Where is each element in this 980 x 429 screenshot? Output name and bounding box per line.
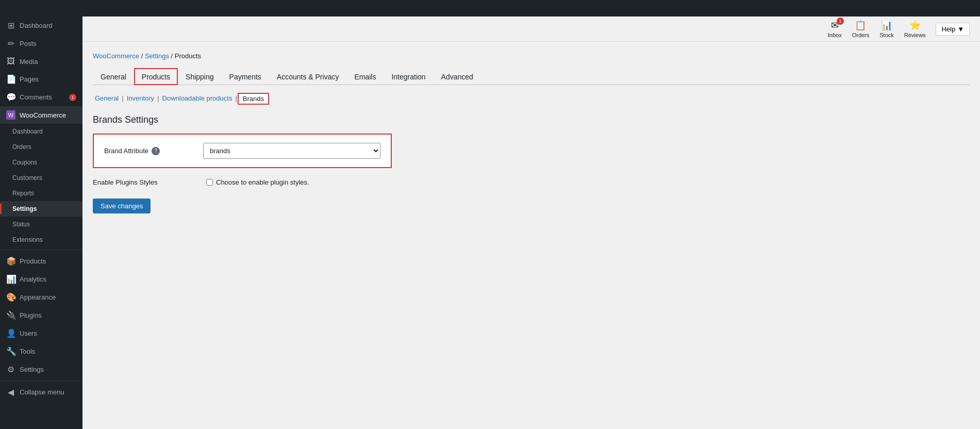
sidebar-item-plugins[interactable]: 🔌 Plugins (0, 306, 82, 324)
comments-badge: 1 (69, 94, 76, 101)
reviews-action[interactable]: ⭐ Reviews (904, 20, 926, 38)
sidebar-item-media[interactable]: 🖼 Media (0, 53, 82, 70)
brand-attribute-row: Brand Attribute ? brands pa_brand brand (94, 135, 391, 167)
subtab-general[interactable]: General (93, 93, 121, 104)
collapse-icon: ◀ (6, 387, 15, 397)
pages-icon: 📄 (6, 74, 15, 84)
woocommerce-icon: W (6, 110, 15, 120)
subtab-downloadable[interactable]: Downloadable products (160, 93, 235, 104)
tab-emails[interactable]: Emails (346, 68, 384, 85)
media-icon: 🖼 (6, 57, 15, 66)
sidebar-item-woo-coupons[interactable]: Coupons (0, 155, 82, 170)
tab-products[interactable]: Products (134, 68, 178, 85)
tab-accounts-privacy[interactable]: Accounts & Privacy (269, 68, 347, 85)
save-changes-button[interactable]: Save changes (93, 199, 151, 213)
save-area: Save changes (93, 199, 970, 213)
settings-box: Brand Attribute ? brands pa_brand brand (93, 134, 392, 168)
breadcrumb-woocommerce[interactable]: WooCommerce (93, 52, 139, 60)
woocommerce-menu-header[interactable]: W WooCommerce (0, 106, 82, 124)
plugins-icon: 🔌 (6, 310, 15, 320)
brand-attribute-label: Brand Attribute ? (104, 147, 197, 155)
sidebar-item-woo-settings[interactable]: Settings (0, 201, 82, 217)
settings-icon: ⚙ (6, 365, 15, 374)
reviews-icon: ⭐ (909, 20, 921, 31)
sidebar-item-appearance[interactable]: 🎨 Appearance (0, 288, 82, 306)
sidebar-item-users[interactable]: 👤 Users (0, 324, 82, 342)
sidebar-item-dashboard[interactable]: ⊞ Dashboard (0, 16, 82, 35)
collapse-menu-button[interactable]: ◀ Collapse menu (0, 383, 82, 401)
breadcrumb-current: Products (175, 52, 201, 60)
orders-action[interactable]: 📋 Orders (852, 20, 870, 38)
sidebar-item-woo-extensions[interactable]: Extensions (0, 232, 82, 248)
sidebar-item-woo-reports[interactable]: Reports (0, 186, 82, 201)
admin-bar (0, 0, 980, 16)
appearance-icon: 🎨 (6, 292, 15, 302)
subtab-brands[interactable]: Brands (238, 93, 269, 104)
help-arrow-icon: ▼ (957, 25, 964, 33)
products-icon: 📦 (6, 256, 15, 266)
sidebar-item-tools[interactable]: 🔧 Tools (0, 342, 82, 360)
stock-action[interactable]: 📊 Stock (879, 20, 894, 38)
comments-icon: 💬 (6, 92, 15, 102)
inbox-badge: 1 (837, 18, 844, 25)
sidebar-item-products[interactable]: 📦 Products (0, 252, 82, 270)
tab-payments[interactable]: Payments (222, 68, 269, 85)
content-area: WooCommerce / Settings / Products Genera… (82, 42, 980, 224)
top-toolbar: ✉ 1 Inbox 📋 Orders 📊 Stock ⭐ Reviews Hel… (82, 16, 980, 42)
section-title: Brands Settings (93, 114, 970, 125)
breadcrumb-settings[interactable]: Settings (145, 52, 169, 60)
sidebar-item-woo-dashboard[interactable]: Dashboard (0, 124, 82, 139)
tab-advanced[interactable]: Advanced (434, 68, 481, 85)
breadcrumb: WooCommerce / Settings / Products (93, 52, 970, 60)
sidebar-item-posts[interactable]: ✏ Posts (0, 35, 82, 53)
orders-icon: 📋 (855, 20, 866, 31)
sidebar-item-settings[interactable]: ⚙ Settings (0, 360, 82, 378)
tab-shipping[interactable]: Shipping (178, 68, 222, 85)
tab-integration[interactable]: Integration (384, 68, 433, 85)
sidebar-item-woo-orders[interactable]: Orders (0, 139, 82, 155)
enable-plugins-styles-row: Enable Plugins Styles Choose to enable p… (93, 178, 970, 194)
posts-icon: ✏ (6, 39, 15, 48)
nav-tabs: General Products Shipping Payments Accou… (93, 68, 970, 85)
sidebar: ⊞ Dashboard ✏ Posts 🖼 Media 📄 Pages 💬 Co… (0, 16, 82, 429)
brand-attribute-help-icon[interactable]: ? (152, 147, 160, 155)
stock-icon: 📊 (881, 20, 892, 31)
inbox-action[interactable]: ✉ 1 Inbox (828, 20, 842, 38)
main-content: ✉ 1 Inbox 📋 Orders 📊 Stock ⭐ Reviews Hel… (82, 16, 980, 429)
sidebar-item-analytics[interactable]: 📊 Analytics (0, 270, 82, 288)
enable-plugins-styles-checkbox-label[interactable]: Choose to enable plugin styles. (206, 178, 309, 186)
users-icon: 👤 (6, 328, 15, 338)
subtab-inventory[interactable]: Inventory (125, 93, 156, 104)
sidebar-item-comments[interactable]: 💬 Comments 1 (0, 88, 82, 106)
enable-plugins-styles-label: Enable Plugins Styles (93, 178, 201, 186)
help-button[interactable]: Help ▼ (936, 23, 970, 36)
sub-nav-tabs: General | Inventory | Downloadable produ… (93, 93, 970, 104)
sidebar-item-pages[interactable]: 📄 Pages (0, 70, 82, 88)
analytics-icon: 📊 (6, 274, 15, 284)
tools-icon: 🔧 (6, 346, 15, 356)
sidebar-item-woo-status[interactable]: Status (0, 217, 82, 232)
tab-general[interactable]: General (93, 68, 134, 85)
dashboard-icon: ⊞ (6, 21, 15, 30)
sidebar-item-woo-customers[interactable]: Customers (0, 170, 82, 186)
brand-attribute-select[interactable]: brands pa_brand brand (203, 143, 380, 159)
enable-plugins-styles-checkbox[interactable] (206, 179, 213, 186)
